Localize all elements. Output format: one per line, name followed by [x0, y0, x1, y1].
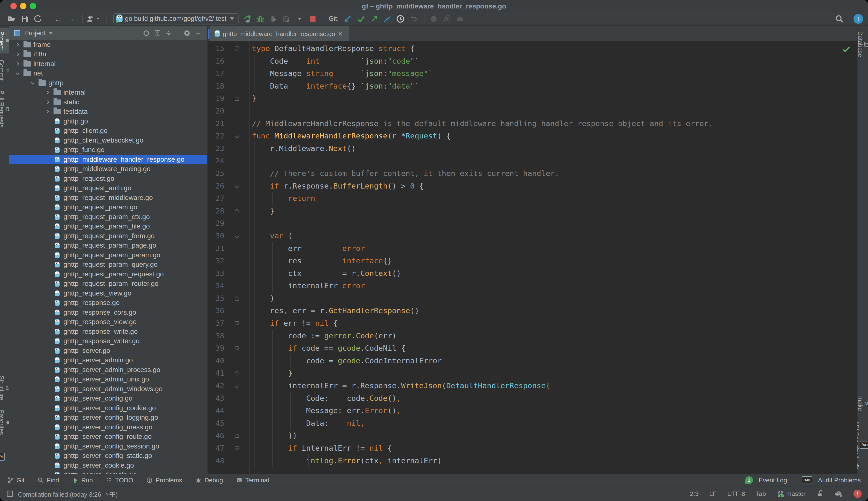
expand-all-icon[interactable]	[152, 28, 163, 39]
status-message[interactable]: Compilation failed (today 3:26 下午)	[18, 489, 118, 498]
chevron-right-icon[interactable]	[13, 61, 22, 66]
code-line-29[interactable]: 29	[208, 217, 857, 230]
tree-item-testdata[interactable]: testdata	[9, 107, 207, 117]
fold-up-icon[interactable]	[224, 429, 250, 442]
chevron-down-icon[interactable]	[28, 81, 37, 86]
run-configuration-select[interactable]: go build github.com/gogf/gf/v2/.test	[113, 13, 239, 24]
code-line-39[interactable]: 39 if code == gcode.CodeNil {	[208, 342, 857, 354]
fold-up-icon[interactable]	[224, 292, 250, 305]
locate-file-icon[interactable]	[141, 28, 151, 39]
cloud-icon[interactable]	[454, 13, 465, 24]
code-line-32[interactable]: 32 res interface{}	[208, 255, 857, 267]
toolwindow-button-debug[interactable]: Debug	[195, 477, 223, 484]
tree-item-ghttp-response-view-go[interactable]: ghttp_response_view.go	[9, 317, 207, 327]
tree-item-ghttp-request-param-request-go[interactable]: ghttp_request_param_request.go	[9, 269, 207, 279]
code-line-41[interactable]: 41 }	[208, 367, 857, 380]
git-update-icon[interactable]	[343, 13, 353, 24]
chevron-down-icon[interactable]	[13, 71, 22, 76]
tree-item-ghttp[interactable]: ghttp	[9, 78, 207, 88]
code-line-34[interactable]: 34 internalErr error	[208, 279, 857, 292]
fold-down-icon[interactable]	[224, 42, 250, 55]
code-line-25[interactable]: 25 // There's custom buffer content, it …	[208, 167, 857, 180]
code-line-35[interactable]: 35 )	[208, 292, 857, 305]
tree-item-i18n[interactable]: i18n	[9, 50, 207, 59]
code-line-28[interactable]: 28 }	[208, 205, 857, 217]
fold-down-icon[interactable]	[224, 130, 250, 142]
git-branch-widget[interactable]: master	[777, 490, 806, 498]
chevron-right-icon[interactable]	[13, 52, 22, 57]
git-push-icon[interactable]	[369, 13, 379, 24]
git-rollback-icon[interactable]	[408, 13, 419, 24]
code-review-icon[interactable]	[441, 13, 452, 24]
code-line-44[interactable]: 44 Message: err.Error(),	[208, 404, 857, 417]
sync-icon[interactable]	[32, 13, 43, 24]
project-panel-header[interactable]: Project −	[9, 26, 207, 40]
toolwindow-button-database[interactable]: Database	[857, 28, 868, 61]
tree-item-ghttp-request-view-go[interactable]: ghttp_request_view.go	[9, 288, 207, 298]
tree-item-ghttp-server-cookie-go[interactable]: ghttp_server_cookie.go	[9, 461, 207, 470]
tree-item-net[interactable]: net	[9, 69, 207, 78]
tree-item-ghttp-request-param-file-go[interactable]: ghttp_request_param_file.go	[9, 222, 207, 231]
code-area[interactable]: 15type DefaultHandlerResponse struct {16…	[208, 41, 857, 474]
code-line-33[interactable]: 33 ctx = r.Context()	[208, 267, 857, 280]
code-line-31[interactable]: 31 err error	[208, 242, 857, 255]
run-dropdown-icon[interactable]	[294, 13, 305, 24]
toolwindow-layout-icon[interactable]	[6, 490, 13, 497]
tree-item-ghttp-server-config-session-go[interactable]: ghttp_server_config_session.go	[9, 441, 207, 451]
fold-up-icon[interactable]	[224, 92, 250, 105]
toolwindow-button-terminal[interactable]: Terminal	[236, 477, 269, 484]
save-all-icon[interactable]	[19, 13, 30, 24]
fold-down-icon[interactable]	[224, 230, 250, 242]
tree-item-ghttp-request-param-ctx-go[interactable]: ghttp_request_param_ctx.go	[9, 212, 207, 222]
tree-item-internal[interactable]: internal	[9, 59, 207, 69]
chevron-right-icon[interactable]	[13, 42, 22, 47]
code-line-42[interactable]: 42 internalErr = r.Response.WriteJson(De…	[208, 380, 857, 392]
tree-item-frame[interactable]: frame	[9, 40, 207, 50]
code-line-16[interactable]: 16 Code int `json:"code"`	[208, 55, 857, 67]
collapse-all-icon[interactable]	[163, 28, 174, 39]
run-with-coverage-icon[interactable]	[268, 13, 279, 24]
debug-icon[interactable]	[255, 13, 266, 24]
code-line-21[interactable]: 21// MiddlewareHandlerResponse is the de…	[208, 117, 857, 130]
tree-item-ghttp-server-domain-go[interactable]: ghttp_server_domain.go	[9, 470, 207, 474]
code-line-27[interactable]: 27 return	[208, 192, 857, 205]
indent-style[interactable]: Tab	[756, 490, 766, 498]
tree-item-ghttp-request-param-form-go[interactable]: ghttp_request_param_form.go	[9, 231, 207, 241]
code-line-43[interactable]: 43 Code: code.Code(),	[208, 392, 857, 405]
toolwindow-button-make[interactable]: Mmake	[857, 393, 868, 414]
user-profile-icon[interactable]	[86, 13, 100, 24]
code-line-22[interactable]: 22func MiddlewareHandlerResponse(r *Requ…	[208, 130, 857, 142]
code-line-15[interactable]: 15type DefaultHandlerResponse struct {	[208, 42, 857, 55]
tree-item-ghttp-server-admin-process-go[interactable]: ghttp_server_admin_process.go	[9, 365, 207, 375]
tab-ghttp-middleware-handler-response[interactable]: ghttp_middleware_handler_response.go ✕	[210, 26, 349, 41]
tree-item-ghttp-request-param-query-go[interactable]: ghttp_request_param_query.go	[9, 260, 207, 270]
code-line-48[interactable]: 48 intlog.Error(ctx, internalErr)	[208, 455, 857, 467]
fold-down-icon[interactable]	[224, 342, 250, 354]
profiler-icon[interactable]	[281, 13, 292, 24]
tree-item-ghttp-client-go[interactable]: ghttp_client.go	[9, 126, 207, 136]
line-separator[interactable]: LF	[709, 490, 717, 498]
fold-up-icon[interactable]	[224, 205, 250, 217]
tree-item-ghttp-middleware-tracing-go[interactable]: ghttp_middleware_tracing.go	[9, 164, 207, 174]
toolwindow-button-problems[interactable]: Problems	[146, 477, 182, 484]
tree-item-ghttp-server-go[interactable]: ghttp_server.go	[9, 346, 207, 355]
hexagon-icon[interactable]	[428, 13, 439, 24]
toolwindow-button-todo[interactable]: TODO	[106, 477, 134, 484]
code-line-40[interactable]: 40 code = gcode.CodeInternalError	[208, 354, 857, 367]
tree-item-internal[interactable]: internal	[9, 88, 207, 97]
code-line-30[interactable]: 30 var (	[208, 230, 857, 242]
tree-item-ghttp-request-param-router-go[interactable]: ghttp_request_param_router.go	[9, 279, 207, 289]
tree-item-ghttp-middleware-handler-response-go[interactable]: ghttp_middleware_handler_response.go	[9, 154, 207, 164]
tree-item-ghttp-request-param-go[interactable]: ghttp_request_param.go	[9, 203, 207, 212]
git-commit-icon[interactable]	[356, 13, 366, 24]
code-line-20[interactable]: 20	[208, 105, 857, 117]
chevron-right-icon[interactable]	[43, 109, 52, 114]
code-line-36[interactable]: 36 res, err = r.GetHandlerResponse()	[208, 305, 857, 317]
code-line-23[interactable]: 23 r.Middleware.Next()	[208, 142, 857, 155]
code-line-24[interactable]: 24	[208, 154, 857, 167]
hide-panel-icon[interactable]: −	[193, 28, 203, 39]
rerun-icon[interactable]	[242, 13, 253, 24]
back-icon[interactable]: ←	[53, 13, 63, 24]
error-notification-badge[interactable]: !	[854, 490, 862, 498]
fold-down-icon[interactable]	[224, 180, 250, 192]
